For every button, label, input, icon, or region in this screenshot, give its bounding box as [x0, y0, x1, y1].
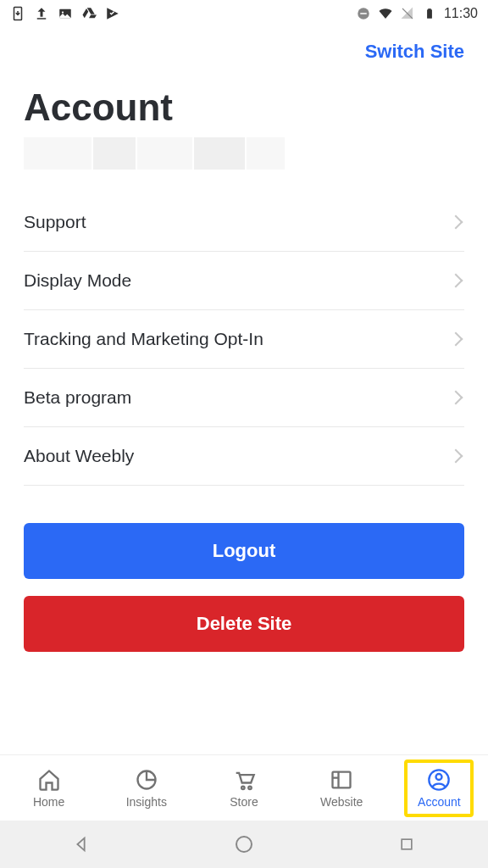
chevron-right-icon [449, 449, 463, 464]
redacted-placeholder [0, 137, 488, 193]
back-button[interactable] [71, 834, 92, 854]
svg-rect-15 [402, 839, 412, 849]
upload-icon [34, 6, 49, 21]
delete-site-button[interactable]: Delete Site [24, 596, 464, 652]
switch-site-link[interactable]: Switch Site [365, 41, 464, 63]
list-item-label: Support [24, 212, 86, 232]
wifi-icon [378, 6, 393, 21]
nav-label: Account [418, 795, 461, 809]
list-item-support[interactable]: Support [24, 193, 464, 252]
play-check-icon [105, 6, 120, 21]
chevron-right-icon [449, 332, 463, 347]
list-item-about-weebly[interactable]: About Weebly [24, 427, 464, 486]
list-item-label: About Weebly [24, 446, 134, 466]
chart-icon [135, 768, 158, 792]
svg-point-9 [241, 786, 245, 789]
svg-rect-11 [333, 771, 351, 787]
svg-rect-1 [37, 18, 47, 19]
svg-rect-7 [428, 8, 431, 10]
dnd-icon [356, 6, 371, 21]
chevron-right-icon [449, 274, 463, 288]
cart-icon [232, 768, 256, 792]
home-icon [37, 768, 61, 792]
list-item-label: Beta program [24, 387, 131, 408]
drive-icon [81, 6, 97, 21]
bottom-nav: Home Insights Store Website Account [0, 754, 488, 821]
nav-website[interactable]: Website [307, 763, 376, 814]
list-item-tracking-optin[interactable]: Tracking and Marketing Opt-In [24, 310, 464, 369]
svg-rect-6 [427, 9, 432, 18]
list-item-display-mode[interactable]: Display Mode [24, 252, 464, 310]
status-time: 11:30 [444, 6, 478, 21]
header-action-row: Switch Site [0, 27, 488, 70]
recent-button[interactable] [396, 834, 417, 854]
battery-icon [422, 6, 437, 21]
page-title: Account [0, 70, 488, 137]
nav-label: Website [320, 795, 363, 809]
status-left [10, 6, 120, 21]
chevron-right-icon [449, 215, 463, 230]
action-buttons: Logout Delete Site [0, 486, 488, 669]
nav-label: Store [230, 795, 258, 809]
nav-home[interactable]: Home [14, 763, 84, 814]
list-item-label: Tracking and Marketing Opt-In [24, 329, 263, 349]
nav-account[interactable]: Account [404, 760, 474, 817]
account-icon [427, 768, 451, 792]
settings-list: Support Display Mode Tracking and Market… [0, 193, 488, 486]
logout-button[interactable]: Logout [24, 523, 464, 579]
status-right: 11:30 [356, 6, 478, 21]
layout-icon [330, 768, 353, 792]
list-item-beta-program[interactable]: Beta program [24, 369, 464, 427]
nav-label: Insights [126, 795, 167, 809]
android-system-nav [0, 821, 488, 868]
home-button[interactable] [234, 834, 254, 854]
status-bar: 11:30 [0, 0, 488, 27]
svg-rect-5 [360, 13, 367, 14]
svg-point-14 [236, 837, 252, 852]
svg-point-13 [436, 774, 442, 780]
nav-insights[interactable]: Insights [112, 763, 181, 814]
svg-point-10 [248, 786, 252, 789]
chevron-right-icon [449, 391, 463, 405]
nav-label: Home [33, 795, 64, 809]
list-item-label: Display Mode [24, 270, 131, 291]
nav-store[interactable]: Store [209, 763, 279, 814]
svg-point-3 [62, 11, 64, 13]
download-icon [10, 6, 25, 21]
gallery-icon [58, 6, 73, 21]
signal-icon [400, 6, 415, 21]
